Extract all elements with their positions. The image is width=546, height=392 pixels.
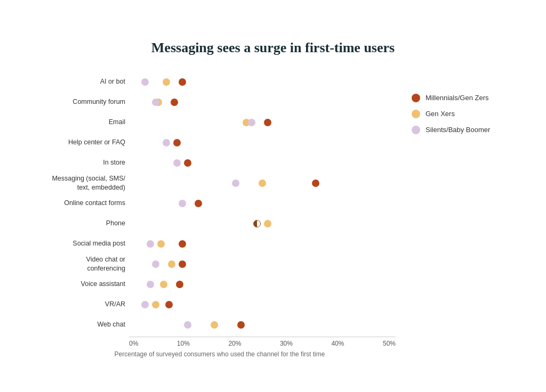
- data-dot: [152, 301, 159, 308]
- row-dots: [129, 275, 396, 294]
- row-label: Community forum: [36, 97, 125, 106]
- chart-row: Voice assistant: [129, 275, 396, 294]
- legend-dot: [412, 126, 420, 134]
- rows-area: AI or botCommunity forumEmailHelp center…: [129, 72, 396, 334]
- row-label: Help center or FAQ: [36, 138, 125, 146]
- data-dot: [312, 179, 319, 187]
- row-dots: [129, 93, 396, 112]
- data-dot: [173, 139, 181, 146]
- legend-label: Gen Xers: [425, 110, 455, 118]
- x-axis-label: 40%: [331, 340, 344, 347]
- chart-row: In store: [129, 153, 396, 173]
- data-dot: [165, 301, 173, 308]
- data-dot: [232, 179, 239, 187]
- row-dots: [129, 113, 396, 132]
- row-label: Phone: [36, 219, 125, 227]
- data-dot: [173, 159, 181, 167]
- row-dots: [129, 315, 396, 334]
- x-axis: [129, 337, 396, 337]
- row-dots: [129, 153, 396, 173]
- chart-row: AI or bot: [129, 72, 396, 92]
- chart-row: Online contact forms: [129, 194, 396, 213]
- data-dot: [195, 200, 202, 207]
- data-dot: [168, 260, 175, 268]
- data-dot: [176, 281, 183, 288]
- chart-row: Video chat orconferencing: [129, 255, 396, 274]
- data-dot: [211, 321, 218, 329]
- row-label: Email: [36, 118, 125, 126]
- chart-body: AI or botCommunity forumEmailHelp center…: [38, 72, 508, 358]
- x-axis-label: 10%: [177, 340, 190, 347]
- legend-dot: [412, 94, 420, 102]
- chart-row: Social media post: [129, 234, 396, 254]
- x-axis-label: 0%: [129, 340, 138, 347]
- data-dot: [179, 240, 186, 248]
- row-dots: [129, 133, 396, 152]
- chart-row: Messaging (social, SMS/text, embedded): [129, 174, 396, 193]
- x-axis-labels: 0%10%20%30%40%50%: [129, 340, 396, 347]
- x-axis-label: 30%: [280, 340, 293, 347]
- row-label: VR/AR: [36, 300, 125, 308]
- x-axis-label: 50%: [383, 340, 396, 347]
- data-dot: [147, 240, 154, 248]
- data-dot: [152, 260, 159, 268]
- chart-row: Email: [129, 113, 396, 132]
- row-dots: [129, 214, 396, 233]
- legend-item: Gen Xers: [412, 110, 508, 118]
- chart-row: Web chat: [129, 315, 396, 334]
- row-dots: [129, 234, 396, 254]
- legend: Millennials/Gen Zers Gen Xers Silents/Ba…: [401, 72, 508, 358]
- row-label: Video chat orconferencing: [36, 255, 125, 273]
- data-dot: [184, 321, 191, 329]
- data-dot: [248, 119, 255, 126]
- legend-label: Millennials/Gen Zers: [425, 94, 489, 102]
- row-dots: [129, 194, 396, 213]
- chart-row: Phone: [129, 214, 396, 233]
- row-label: Web chat: [36, 320, 125, 329]
- row-dots: [129, 295, 396, 314]
- data-dot: [237, 321, 245, 329]
- chart-row: Community forum: [129, 93, 396, 112]
- data-dot: [141, 301, 149, 308]
- data-dot: [152, 99, 159, 106]
- chart-row: VR/AR: [129, 295, 396, 314]
- legend-label: Silents/Baby Boomer: [425, 126, 490, 134]
- data-dot: [171, 99, 178, 106]
- chart-main: AI or botCommunity forumEmailHelp center…: [38, 72, 401, 358]
- data-dot: [264, 220, 271, 227]
- data-dot: [163, 78, 170, 86]
- legend-item: Millennials/Gen Zers: [412, 94, 508, 102]
- data-dot: [157, 240, 165, 248]
- data-dot: [179, 78, 186, 86]
- row-label: Online contact forms: [36, 199, 125, 207]
- chart-title: Messaging sees a surge in first-time use…: [38, 39, 508, 56]
- data-dot: [163, 139, 170, 146]
- data-dot: [264, 119, 271, 126]
- row-dots: [129, 255, 396, 274]
- row-label: Voice assistant: [36, 280, 125, 288]
- chart-row: Help center or FAQ: [129, 133, 396, 152]
- data-dot: [184, 159, 191, 167]
- row-label: Social media post: [36, 239, 125, 248]
- x-axis-caption: Percentage of surveyed consumers who use…: [38, 350, 401, 358]
- legend-item: Silents/Baby Boomer: [412, 126, 508, 134]
- data-dot: [179, 200, 186, 207]
- data-dot: [179, 260, 186, 268]
- data-dot: [259, 179, 266, 187]
- row-label: In store: [36, 158, 125, 167]
- row-dots: [129, 72, 396, 92]
- data-dot: [253, 220, 261, 227]
- data-dot: [160, 281, 167, 288]
- row-label: Messaging (social, SMS/text, embedded): [36, 174, 125, 192]
- row-dots: [129, 174, 396, 193]
- data-dot: [147, 281, 154, 288]
- data-dot: [141, 78, 149, 86]
- chart-container: Messaging sees a surge in first-time use…: [17, 23, 529, 368]
- row-label: AI or bot: [36, 77, 125, 86]
- x-axis-label: 20%: [228, 340, 241, 347]
- legend-dot: [412, 110, 420, 118]
